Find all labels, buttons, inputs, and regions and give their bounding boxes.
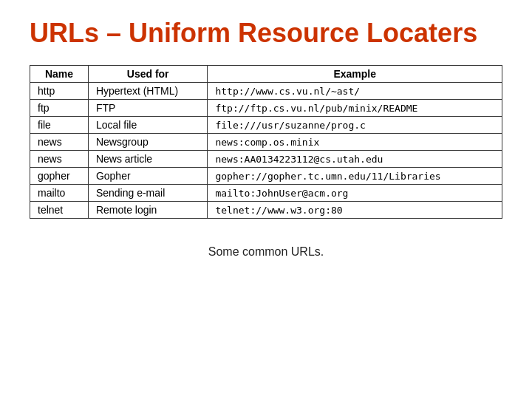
table-cell: http://www.cs.vu.nl/~ast/ [208, 83, 502, 100]
page: URLs – Uniform Resource Locaters Name Us… [0, 0, 532, 399]
table-cell: news [30, 134, 89, 151]
table-row: ftpFTPftp://ftp.cs.vu.nl/pub/minix/READM… [30, 100, 502, 117]
table-row: mailtoSending e-mailmailto:JohnUser@acm.… [30, 185, 502, 202]
table-cell: ftp://ftp.cs.vu.nl/pub/minix/README [208, 100, 502, 117]
table-cell: gopher [30, 168, 89, 185]
col-header-name: Name [30, 66, 89, 83]
table-cell: file:///usr/suzanne/prog.c [208, 117, 502, 134]
table-cell: gopher://gopher.tc.umn.edu/11/Libraries [208, 168, 502, 185]
table-cell: http [30, 83, 89, 100]
table-row: newsNews articlenews:AA0134223112@cs.uta… [30, 151, 502, 168]
table-cell: mailto [30, 185, 89, 202]
table-cell: News article [88, 151, 208, 168]
col-header-example: Example [208, 66, 502, 83]
table-wrapper: Name Used for Example httpHypertext (HTM… [30, 65, 502, 219]
table-row: httpHypertext (HTML)http://www.cs.vu.nl/… [30, 83, 502, 100]
caption: Some common URLs. [30, 245, 502, 259]
urls-table: Name Used for Example httpHypertext (HTM… [30, 65, 502, 219]
table-row: newsNewsgroupnews:comp.os.minix [30, 134, 502, 151]
table-cell: Gopher [88, 168, 208, 185]
table-cell: Sending e-mail [88, 185, 208, 202]
table-cell: news:comp.os.minix [208, 134, 502, 151]
table-row: telnetRemote logintelnet://www.w3.org:80 [30, 202, 502, 219]
table-cell: telnet://www.w3.org:80 [208, 202, 502, 219]
table-row: gopherGophergopher://gopher.tc.umn.edu/1… [30, 168, 502, 185]
table-cell: Local file [88, 117, 208, 134]
table-cell: mailto:JohnUser@acm.org [208, 185, 502, 202]
table-cell: file [30, 117, 89, 134]
table-cell: FTP [88, 100, 208, 117]
table-header-row: Name Used for Example [30, 66, 502, 83]
col-header-used-for: Used for [88, 66, 208, 83]
table-cell: news [30, 151, 89, 168]
table-cell: ftp [30, 100, 89, 117]
caption-text: Some common URLs. [208, 245, 324, 258]
page-title: URLs – Uniform Resource Locaters [30, 18, 477, 49]
table-row: fileLocal filefile:///usr/suzanne/prog.c [30, 117, 502, 134]
table-cell: Newsgroup [88, 134, 208, 151]
table-cell: Remote login [88, 202, 208, 219]
table-cell: Hypertext (HTML) [88, 83, 208, 100]
table-cell: telnet [30, 202, 89, 219]
table-cell: news:AA0134223112@cs.utah.edu [208, 151, 502, 168]
